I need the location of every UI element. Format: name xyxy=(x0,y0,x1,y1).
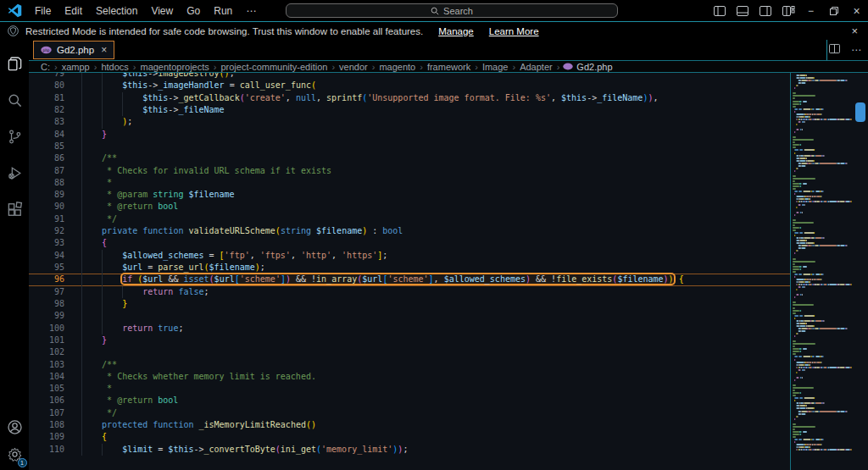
breadcrumb-item[interactable]: magento xyxy=(378,62,416,72)
chevron-right-icon: › xyxy=(475,62,478,72)
code-line-101[interactable]: 101 } xyxy=(29,335,790,346)
php-file-icon xyxy=(563,63,573,70)
code-line-107[interactable]: 107 */ xyxy=(29,407,790,419)
code-line-104[interactable]: 104 * Checks whether memory limit is rea… xyxy=(29,371,790,383)
line-number: 87 xyxy=(29,165,73,177)
learn-more-link[interactable]: Learn More xyxy=(489,26,539,36)
breadcrumb-item[interactable]: Image xyxy=(481,62,509,72)
run-debug-icon[interactable] xyxy=(0,156,29,190)
search-view-icon[interactable] xyxy=(0,83,29,117)
menu-run[interactable]: Run xyxy=(207,3,239,19)
banner-close-icon[interactable]: × xyxy=(851,25,858,37)
code-line-94[interactable]: 94 $allowed_schemes = ['ftp', 'ftps', 'h… xyxy=(29,250,790,262)
code-line-86[interactable]: 86 /** xyxy=(29,152,790,164)
settings-gear-icon[interactable]: 1 xyxy=(7,446,23,465)
accounts-icon[interactable] xyxy=(7,419,23,438)
minimize-button[interactable]: − xyxy=(799,0,822,22)
chevron-right-icon: › xyxy=(331,62,335,72)
manage-link[interactable]: Manage xyxy=(438,26,474,36)
line-number: 103 xyxy=(29,359,73,371)
chevron-right-icon: › xyxy=(557,62,560,72)
code-line-80[interactable]: 80 $this->_imageHandler = call_user_func… xyxy=(29,80,790,91)
code-line-99[interactable]: 99 xyxy=(29,310,790,322)
code-line-108[interactable]: 108 protected function _isMemoryLimitRea… xyxy=(29,419,790,431)
scrollbar-handle[interactable] xyxy=(855,102,865,122)
code-line-83[interactable]: 83 ); xyxy=(29,116,790,128)
menu-more[interactable]: ⋯ xyxy=(239,3,264,19)
code-line-106[interactable]: 106 * @return bool xyxy=(29,395,790,406)
code-line-96[interactable]: 96 if ($url && isset($url['scheme']) && … xyxy=(29,274,790,285)
minimap-content xyxy=(793,75,853,470)
toggle-primary-sidebar-icon[interactable] xyxy=(708,0,731,22)
code-line-95[interactable]: 95 $url = parse_url($filename); xyxy=(29,262,790,274)
highlighted-code-box: if ($url && isset($url['scheme']) && !in… xyxy=(122,274,673,284)
line-number: 82 xyxy=(29,104,73,116)
breadcrumb-item[interactable]: vendor xyxy=(338,62,369,72)
menu-selection[interactable]: Selection xyxy=(89,3,144,19)
code-line-102[interactable]: 102 xyxy=(29,346,790,358)
chevron-right-icon: › xyxy=(372,62,376,72)
code-line-90[interactable]: 90 * @return bool xyxy=(29,201,790,213)
code-line-97[interactable]: 97 return false; xyxy=(29,286,790,298)
menu-go[interactable]: Go xyxy=(180,3,207,19)
menu-edit[interactable]: Edit xyxy=(58,3,89,19)
code-line-92[interactable]: 92 private function validateURLScheme(st… xyxy=(29,225,790,237)
breadcrumb-item[interactable]: C: xyxy=(40,62,51,72)
line-number: 106 xyxy=(29,395,73,406)
toggle-panel-icon[interactable] xyxy=(731,0,754,22)
restore-button[interactable] xyxy=(822,0,845,22)
tab-gd2-php[interactable]: php Gd2.php × xyxy=(33,41,114,59)
menu-file[interactable]: File xyxy=(28,3,58,19)
minimap[interactable] xyxy=(790,73,868,470)
menu-view[interactable]: View xyxy=(144,3,180,19)
line-number: 81 xyxy=(29,92,73,104)
line-number: 93 xyxy=(29,237,73,249)
code-line-110[interactable]: 110 $limit = $this->_convertToByte(ini_g… xyxy=(29,444,790,456)
php-file-icon: php xyxy=(41,46,52,54)
tab-close-icon[interactable]: × xyxy=(101,44,107,56)
line-number: 91 xyxy=(29,213,73,225)
code-line-100[interactable]: 100 return true; xyxy=(29,323,790,335)
line-number: 98 xyxy=(29,298,73,310)
code-line-91[interactable]: 91 */ xyxy=(29,213,790,225)
line-number: 97 xyxy=(29,286,73,298)
breadcrumb-item[interactable]: xampp xyxy=(61,62,91,72)
code-editor[interactable]: 79 $this->imageDestroy();80 $this->_imag… xyxy=(29,73,868,470)
code-line-109[interactable]: 109 { xyxy=(29,431,790,443)
toggle-secondary-sidebar-icon[interactable] xyxy=(754,0,776,22)
code-line-82[interactable]: 82 $this->_fileName xyxy=(29,104,790,116)
code-line-87[interactable]: 87 * Checks for invalid URL schema if it… xyxy=(29,165,790,177)
code-line-84[interactable]: 84 } xyxy=(29,129,790,141)
tab-bar: php Gd2.php × ⋯ xyxy=(29,40,868,60)
extensions-icon[interactable] xyxy=(0,192,29,226)
line-number: 110 xyxy=(29,444,73,456)
editor-more-actions-icon[interactable]: ⋯ xyxy=(851,44,861,56)
breadcrumb-item[interactable]: Adapter xyxy=(519,62,554,72)
code-line-79[interactable]: 79 $this->imageDestroy(); xyxy=(29,73,790,80)
chevron-right-icon: › xyxy=(420,62,423,72)
split-editor-icon[interactable] xyxy=(829,44,840,56)
code-line-105[interactable]: 105 * xyxy=(29,383,790,395)
search-icon xyxy=(431,7,439,15)
breadcrumb-item[interactable]: htdocs xyxy=(100,62,129,72)
line-number: 101 xyxy=(29,335,73,346)
breadcrumb-file[interactable]: Gd2.php xyxy=(563,62,612,72)
breadcrumb-item[interactable]: framework xyxy=(426,62,471,72)
customize-layout-icon[interactable] xyxy=(776,0,799,22)
code-line-93[interactable]: 93 { xyxy=(29,237,790,249)
line-number: 86 xyxy=(29,152,73,164)
source-control-icon[interactable] xyxy=(0,119,29,153)
window-close-button[interactable]: × xyxy=(845,0,868,22)
code-line-85[interactable]: 85 xyxy=(29,141,790,152)
code-line-98[interactable]: 98 } xyxy=(29,298,790,310)
line-number: 102 xyxy=(29,346,73,358)
svg-text:php: php xyxy=(42,48,49,53)
code-line-81[interactable]: 81 $this->_getCallback('create', null, s… xyxy=(29,92,790,104)
breadcrumb-item[interactable]: magentoprojects xyxy=(139,62,209,72)
breadcrumb-item[interactable]: project-community-edition xyxy=(220,62,328,72)
explorer-icon[interactable] xyxy=(0,47,29,80)
code-line-103[interactable]: 103 /** xyxy=(29,359,790,371)
code-line-89[interactable]: 89 * @param string $filename xyxy=(29,189,790,201)
code-line-88[interactable]: 88 * xyxy=(29,177,790,189)
command-center-search[interactable]: Search xyxy=(286,3,618,18)
